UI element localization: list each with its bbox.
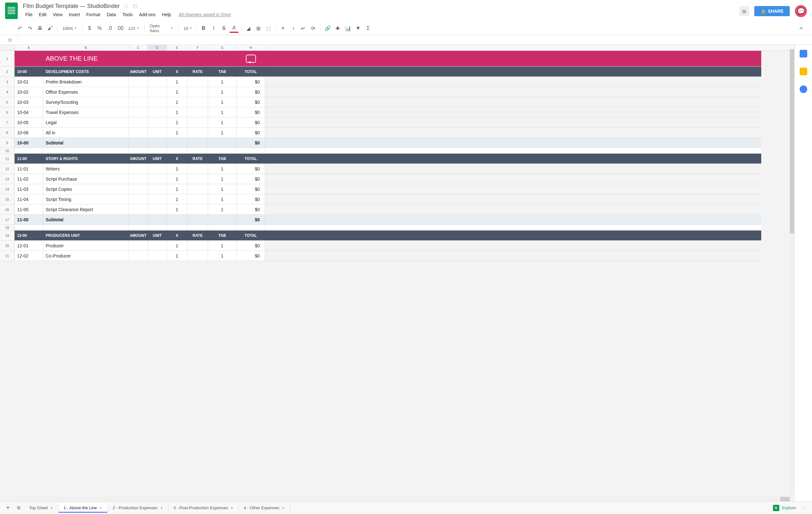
col-header-E[interactable]: E xyxy=(167,45,187,51)
subtotal-total[interactable]: $0 xyxy=(237,215,265,225)
cell[interactable] xyxy=(167,225,187,231)
col-header-G[interactable]: G xyxy=(208,45,237,51)
sheet-tab[interactable]: 1 - Above the Line▼ xyxy=(58,503,108,513)
row-header[interactable]: 4 xyxy=(0,87,14,97)
menu-data[interactable]: Data xyxy=(104,11,119,19)
sheet-tab[interactable]: 3 - Post-Production Expenses▼ xyxy=(168,503,239,513)
cell[interactable]: 1 xyxy=(208,117,237,128)
sidebar-expand-button[interactable]: 〉 xyxy=(800,505,809,511)
cell[interactable]: RATE xyxy=(187,154,208,164)
row-header[interactable]: 17 xyxy=(0,215,14,225)
item-desc[interactable]: Travel Expenses xyxy=(43,107,129,117)
borders-button[interactable]: ⊞ xyxy=(254,24,263,33)
cell[interactable] xyxy=(129,215,148,225)
section-title[interactable]: ABOVE THE LINE xyxy=(43,51,129,67)
text-color-button[interactable]: A xyxy=(230,24,238,33)
cell[interactable]: 1 xyxy=(208,107,237,117)
section-code[interactable]: 10-00 xyxy=(14,67,43,77)
cell[interactable] xyxy=(237,225,265,231)
subtotal-code[interactable]: 11-00 xyxy=(14,215,43,225)
cell[interactable] xyxy=(187,205,208,215)
sheets-logo-icon[interactable] xyxy=(5,3,18,19)
cell[interactable] xyxy=(148,251,167,261)
cell[interactable] xyxy=(148,225,167,231)
cell[interactable]: TOTAL xyxy=(237,67,265,77)
row-header[interactable]: 20 xyxy=(0,241,14,251)
item-total[interactable]: $0 xyxy=(237,77,265,87)
menu-help[interactable]: Help xyxy=(160,11,174,19)
cell[interactable] xyxy=(187,97,208,107)
currency-button[interactable]: $ xyxy=(85,24,94,33)
cell[interactable]: 1 xyxy=(208,241,237,251)
cell[interactable] xyxy=(187,138,208,148)
chat-button[interactable]: 💬 xyxy=(795,5,807,17)
cell[interactable] xyxy=(14,225,43,231)
col-header-F[interactable]: F xyxy=(187,45,208,51)
item-code[interactable]: 11-04 xyxy=(14,194,43,205)
cell[interactable]: RATE xyxy=(187,231,208,241)
cell[interactable] xyxy=(129,225,148,231)
cell[interactable]: AMOUNT xyxy=(129,231,148,241)
cell[interactable] xyxy=(148,77,167,87)
fill-color-button[interactable]: ◢ xyxy=(244,24,253,33)
menu-tools[interactable]: Tools xyxy=(120,11,136,19)
item-desc[interactable]: Script Timing xyxy=(43,194,129,205)
cell[interactable] xyxy=(208,148,237,154)
cell[interactable]: 1 xyxy=(167,128,187,138)
cell[interactable]: X xyxy=(167,231,187,241)
calendar-icon[interactable] xyxy=(800,50,807,57)
cell[interactable] xyxy=(148,107,167,117)
zoom-select[interactable]: 100%▼ xyxy=(60,26,80,31)
item-code[interactable]: 10-05 xyxy=(14,117,43,128)
cell[interactable] xyxy=(129,184,148,194)
comments-button[interactable]: ▤ xyxy=(739,6,749,16)
cell[interactable] xyxy=(187,225,208,231)
drive-status[interactable]: All changes saved in Drive xyxy=(179,11,231,19)
item-total[interactable]: $0 xyxy=(237,128,265,138)
cell[interactable]: UNIT xyxy=(148,231,167,241)
cell[interactable]: 1 xyxy=(167,174,187,184)
cell[interactable] xyxy=(43,225,129,231)
cell[interactable]: UNIT xyxy=(148,154,167,164)
item-code[interactable]: 10-01 xyxy=(14,77,43,87)
cell[interactable] xyxy=(129,164,148,174)
cell[interactable] xyxy=(148,117,167,128)
cell[interactable]: TAB xyxy=(208,67,237,77)
cell[interactable]: 1 xyxy=(208,164,237,174)
cell[interactable]: 1 xyxy=(167,77,187,87)
horizontal-scrollbar[interactable] xyxy=(14,497,790,501)
subtotal-label[interactable]: Subtotal xyxy=(43,215,129,225)
cell[interactable] xyxy=(148,164,167,174)
vertical-scrollbar[interactable] xyxy=(790,49,794,495)
share-button[interactable]: 🔒 SHARE xyxy=(754,6,790,16)
cell[interactable] xyxy=(129,77,148,87)
item-total[interactable]: $0 xyxy=(237,107,265,117)
add-sheet-button[interactable]: + xyxy=(3,503,13,513)
bold-button[interactable]: B xyxy=(199,24,208,33)
italic-button[interactable]: I xyxy=(209,24,218,33)
cell[interactable] xyxy=(187,174,208,184)
cell[interactable]: 1 xyxy=(167,87,187,97)
formula-input[interactable] xyxy=(18,36,809,43)
subtotal-code[interactable]: 10-00 xyxy=(14,138,43,148)
v-align-button[interactable]: ⫞ xyxy=(289,24,297,33)
item-code[interactable]: 11-01 xyxy=(14,164,43,174)
cell[interactable] xyxy=(187,87,208,97)
col-header-A[interactable]: A xyxy=(14,45,43,51)
row-header[interactable]: 13 xyxy=(0,174,14,184)
comment-button[interactable]: ✚ xyxy=(334,24,342,33)
item-desc[interactable]: Prelim Breakdown xyxy=(43,77,129,87)
cell[interactable] xyxy=(148,241,167,251)
section-code[interactable]: 12-00 xyxy=(14,231,43,241)
star-icon[interactable]: ☆ xyxy=(124,3,129,9)
cell[interactable] xyxy=(187,241,208,251)
all-sheets-button[interactable]: ≡ xyxy=(13,503,24,513)
item-total[interactable]: $0 xyxy=(237,241,265,251)
cell[interactable] xyxy=(187,184,208,194)
menu-addons[interactable]: Add-ons xyxy=(136,11,158,19)
row-header[interactable]: 14 xyxy=(0,184,14,194)
row-header[interactable]: 11 xyxy=(0,154,14,164)
cell[interactable] xyxy=(129,251,148,261)
item-total[interactable]: $0 xyxy=(237,184,265,194)
cell[interactable] xyxy=(148,174,167,184)
